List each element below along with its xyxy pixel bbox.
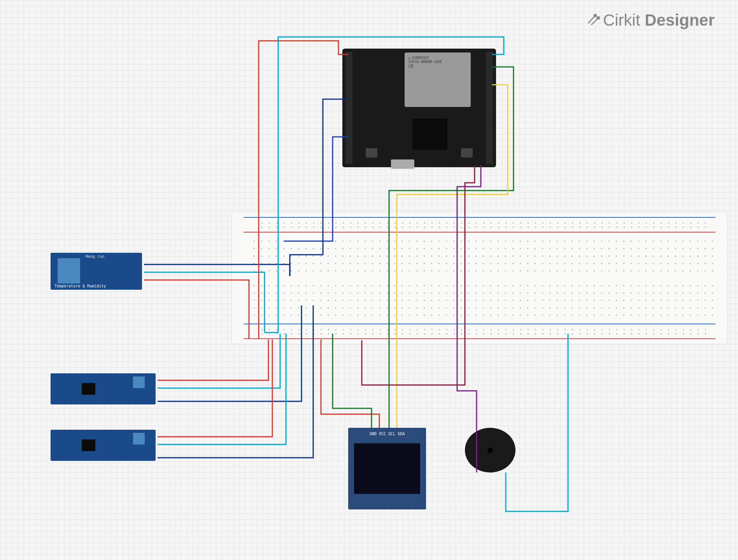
rail-positive-line [244,338,715,339]
dht11-top-label: Heng run [86,254,104,259]
dht11-module[interactable]: Heng run Temperature & Humidity [51,253,142,290]
svg-point-3 [597,17,600,19]
watermark-strong: Designer [645,11,715,29]
comparator-chip [82,383,95,395]
wire-buzzer-gnd [506,334,568,511]
esp32-usb-port [391,159,414,169]
mh-sensor-module-2[interactable] [51,430,156,461]
wire-mh1-vcc [158,340,268,380]
potentiometer[interactable] [133,433,145,444]
wire-mh2-vcc [158,340,272,437]
dht11-sensor-body [58,258,80,284]
esp32-boot-button[interactable] [461,148,473,158]
rail-negative-line [244,217,715,218]
breadboard[interactable] [231,212,727,344]
svg-point-1 [594,14,596,17]
oled-screen [354,443,420,494]
esp32-devkit[interactable]: ◎ ESPRESSIF ESP32-WROOM-32UE CE [342,49,496,167]
breadboard-bottom-rail [240,322,719,341]
rail-positive-line [244,232,715,233]
app-watermark: Cirkit Designer [585,11,715,31]
esp32-pins-left [345,52,352,164]
breadboard-center-gap [240,275,719,282]
comparator-chip [82,439,95,451]
piezo-buzzer[interactable] [465,428,515,472]
rail-holes [258,221,712,229]
esp32-soc-chip [412,119,447,150]
oled-pin-labels: GND VCC SCL SDA [348,432,426,436]
wire-oled-vcc [321,340,379,428]
esp32-pins-right [486,52,493,164]
oled-display[interactable]: GND VCC SCL SDA [348,428,426,509]
breadboard-top-rail [240,215,719,234]
wire-3v3-rail [259,41,348,231]
mh-sensor-module-1[interactable] [51,373,156,404]
cirkit-logo-icon [585,12,601,31]
wire-mh2-gnd [158,334,286,444]
rail-negative-line [244,324,715,324]
potentiometer[interactable] [133,376,145,388]
esp32-shield-label: ◎ ESPRESSIF ESP32-WROOM-32UE CE [408,56,442,69]
rail-holes [258,327,712,336]
dht11-label: Temperature & Humidity [54,284,106,288]
esp32-en-button[interactable] [366,148,377,158]
wire-oled-gnd [333,334,372,428]
watermark-prefix: Cirkit [603,11,645,29]
